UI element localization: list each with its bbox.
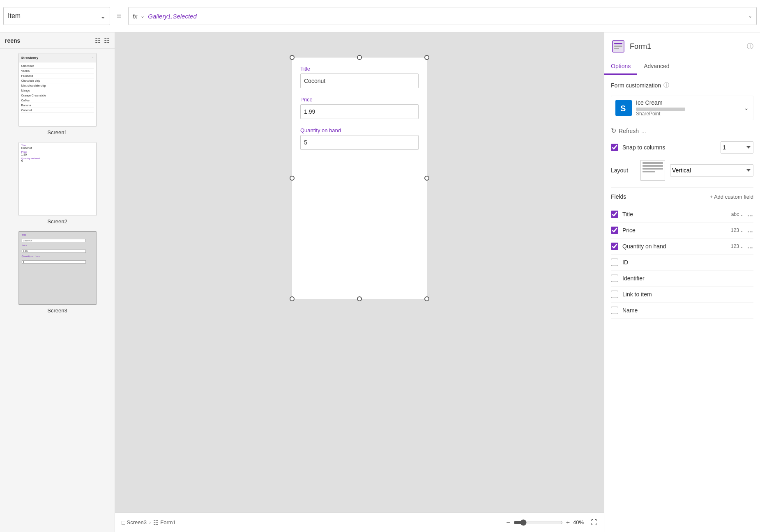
field-more-qty[interactable]: …	[747, 243, 753, 250]
field-more-price[interactable]: …	[747, 227, 753, 234]
field-checkbox-name[interactable]	[611, 307, 618, 314]
breadcrumb-screen-label: Screen3	[127, 519, 146, 525]
grid-view-icon[interactable]: ☷	[104, 37, 110, 44]
breadcrumb-form[interactable]: ☷ Form1	[153, 519, 176, 526]
svg-rect-3	[614, 48, 619, 49]
field-type-qty[interactable]: 123 ⌄	[731, 243, 743, 249]
screen3-preview: Title Price Quantity on hand	[18, 231, 97, 305]
form-title-input[interactable]	[300, 73, 419, 88]
canvas-bottom-bar: □ Screen3 › ☷ Form1 − + 40% ⛶	[115, 512, 604, 532]
breadcrumb-separator: ›	[149, 519, 151, 525]
fullscreen-button[interactable]: ⛶	[591, 519, 597, 526]
form-canvas[interactable]: Title Price Quantity on hand	[292, 57, 427, 299]
add-custom-field-button[interactable]: + Add custom field	[709, 194, 753, 200]
help-icon[interactable]: ⓘ	[747, 42, 753, 51]
svg-rect-2	[614, 46, 622, 47]
layout-label: Layout	[611, 167, 636, 174]
field-checkbox-qty[interactable]	[611, 243, 618, 250]
sidebar-item-screen3[interactable]: Title Price Quantity on hand Scree	[4, 231, 111, 314]
fields-header: Fields + Add custom field	[611, 187, 753, 200]
snap-to-columns-label: Snap to columns	[622, 144, 716, 151]
field-row-linktoitem: Link to item	[611, 287, 753, 303]
form-inner: Title Price Quantity on hand	[292, 57, 427, 166]
field-checkbox-linktoitem[interactable]	[611, 291, 618, 298]
panel-form-icon	[611, 39, 626, 54]
formula-text: Gallery1.Selected	[148, 13, 745, 20]
form-price-label: Price	[300, 96, 419, 103]
form-qty-label: Quantity on hand	[300, 127, 419, 133]
screen3-price-preview	[22, 250, 86, 253]
field-checkbox-identifier[interactable]	[611, 275, 618, 282]
sidebar-item-screen2[interactable]: Title Coconut Price 1.99 Quantity on han…	[4, 142, 111, 225]
screen3-label: Screen3	[47, 307, 67, 314]
datasource-name: Ice Cream	[636, 99, 685, 106]
refresh-row[interactable]: ↻ Refresh ...	[611, 127, 753, 135]
screen1-label: Screen1	[47, 129, 67, 135]
fields-title: Fields	[611, 193, 626, 200]
field-more-title[interactable]: …	[747, 211, 753, 218]
layout-preview	[640, 160, 665, 181]
field-row-title: Title abc ⌄ …	[611, 206, 753, 222]
breadcrumb-form-label: Form1	[160, 519, 176, 525]
field-name-qty: Quantity on hand	[622, 243, 727, 250]
tab-options[interactable]: Options	[604, 59, 637, 75]
handle-mid-left[interactable]	[290, 176, 295, 181]
field-checkbox-title[interactable]	[611, 211, 618, 218]
layout-row: Layout Vertical Horizontal	[611, 160, 753, 181]
breadcrumb-screen[interactable]: □ Screen3	[122, 519, 147, 526]
list-view-icon[interactable]: ☷	[95, 37, 101, 44]
panel-body: Form customization ⓘ S Ice Cream Sha	[604, 75, 760, 325]
screen-icon: □	[122, 519, 125, 526]
field-checkbox-id[interactable]	[611, 259, 618, 266]
zoom-slider[interactable]	[514, 519, 563, 526]
snap-to-columns-row: Snap to columns 1 2 3	[611, 141, 753, 154]
form-customization-label: Form customization	[611, 82, 661, 89]
formula-bar-chevron[interactable]: ⌄	[748, 13, 752, 19]
fields-list: Title abc ⌄ … Price 123 ⌄ … Quantity on …	[611, 206, 753, 319]
zoom-in-button[interactable]: +	[566, 519, 570, 526]
svg-rect-1	[614, 43, 622, 44]
datasource-card[interactable]: S Ice Cream SharePoint ⌄	[611, 96, 753, 120]
sidebar-header: reens ☷ ☷	[0, 32, 115, 49]
field-name-identifier: Identifier	[622, 275, 749, 282]
form-customization-row: Form customization ⓘ	[611, 82, 753, 89]
form-price-input[interactable]	[300, 104, 419, 119]
snap-columns-select[interactable]: 1 2 3	[721, 141, 753, 154]
panel-title-row: Form1	[611, 39, 651, 54]
top-bar: Item ⌄ = fx ⌄ Gallery1.Selected ⌄	[0, 0, 760, 32]
formula-bar[interactable]: fx ⌄ Gallery1.Selected ⌄	[128, 7, 757, 25]
field-type-price[interactable]: 123 ⌄	[731, 227, 743, 233]
layout-line-3	[643, 168, 663, 170]
tab-advanced[interactable]: Advanced	[637, 59, 676, 75]
left-sidebar: reens ☷ ☷ Strawberry › Chocolate Vanilla…	[0, 32, 115, 532]
zoom-out-button[interactable]: −	[506, 519, 510, 526]
field-checkbox-price[interactable]	[611, 227, 618, 234]
form-qty-input[interactable]	[300, 135, 419, 150]
field-row-name: Name	[611, 303, 753, 319]
datasource-chevron[interactable]: ⌄	[744, 105, 749, 111]
layout-line-1	[643, 162, 663, 164]
handle-top-right[interactable]	[424, 55, 429, 60]
handle-bot-mid[interactable]	[357, 296, 362, 301]
screen-list: Strawberry › Chocolate Vanilla Favourite…	[0, 49, 115, 532]
form-field-title: Title	[300, 66, 419, 88]
datasource-info: Ice Cream SharePoint	[636, 99, 685, 117]
svg-text:S: S	[620, 104, 626, 113]
sidebar-item-screen1[interactable]: Strawberry › Chocolate Vanilla Favourite…	[4, 53, 111, 135]
handle-mid-right[interactable]	[424, 176, 429, 181]
snap-to-columns-checkbox[interactable]	[611, 144, 618, 151]
zoom-percentage: 40%	[573, 519, 587, 525]
field-row-qty: Quantity on hand 123 ⌄ …	[611, 238, 753, 255]
field-type-title[interactable]: abc ⌄	[731, 211, 743, 217]
zoom-controls: − + 40% ⛶	[506, 519, 597, 526]
main-layout: reens ☷ ☷ Strawberry › Chocolate Vanilla…	[0, 32, 760, 532]
layout-select[interactable]: Vertical Horizontal	[670, 164, 753, 177]
form-customization-help[interactable]: ⓘ	[663, 82, 669, 89]
handle-bot-left[interactable]	[290, 296, 295, 301]
handle-bot-right[interactable]	[424, 296, 429, 301]
refresh-icon: ↻	[611, 127, 616, 135]
item-dropdown[interactable]: Item ⌄	[3, 7, 110, 25]
handle-top-mid[interactable]	[357, 55, 362, 60]
panel-header: Form1 ⓘ	[604, 32, 760, 54]
handle-top-left[interactable]	[290, 55, 295, 60]
